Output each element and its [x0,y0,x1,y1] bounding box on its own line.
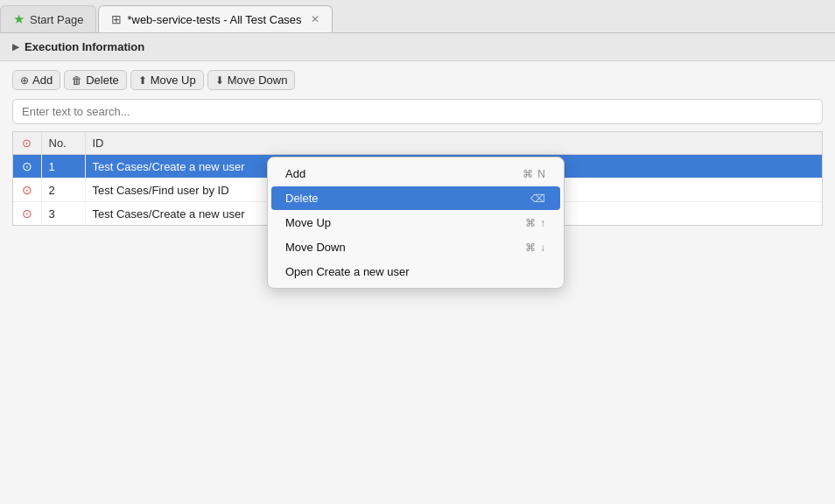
tab-close-icon[interactable]: ✕ [311,13,319,25]
move-down-label: Move Down [228,74,288,87]
ctx-open[interactable]: Open Create a new user [271,260,560,284]
move-down-icon: ⬇ [215,74,224,87]
menu-item-label: Move Up [285,216,331,229]
menu-item-label: Delete [285,192,319,205]
row-status-cell: ⊙ [13,178,41,202]
status-header-icon: ⊙ [22,136,32,150]
col-header-no: No. [41,132,85,155]
row-no-cell: 3 [41,202,85,226]
ctx-delete[interactable]: Delete⌫ [271,186,560,210]
move-down-button[interactable]: ⬇ Move Down [207,70,296,90]
delete-icon: 🗑 [72,74,82,87]
table-icon: ⊞ [111,12,122,26]
toolbar: ⊕ Add 🗑 Delete ⬆ Move Up ⬇ Move Down [0,61,835,99]
table-container: ⊙ No. ID ⊙ 1 Test Cases/Create a new use… [12,131,823,226]
move-up-button[interactable]: ⬆ Move Up [130,70,204,90]
add-button[interactable]: ⊕ Add [12,70,60,90]
row-status-cell: ⊙ [13,155,41,178]
add-icon: ⊕ [20,74,29,87]
tab-test-cases-label: *web-service-tests - All Test Cases [127,13,301,26]
shortcut-label: ⌘ N [523,168,546,180]
status-icon: ⊙ [22,159,32,173]
ctx-move-up[interactable]: Move Up⌘ ↑ [271,211,560,234]
move-up-icon: ⬆ [138,74,147,87]
menu-item-label: Move Down [285,241,346,254]
add-label: Add [32,74,53,87]
move-up-label: Move Up [151,74,196,87]
delete-label: Delete [86,74,119,87]
ctx-add[interactable]: Add⌘ N [271,162,560,186]
context-menu: Add⌘ NDelete⌫Move Up⌘ ↑Move Down⌘ ↓Open … [267,157,565,289]
col-header-id: ID [85,132,822,155]
ctx-move-down[interactable]: Move Down⌘ ↓ [271,235,560,259]
row-no-cell: 1 [41,155,85,178]
tab-bar: ★ Start Page ⊞ *web-service-tests - All … [0,0,835,33]
status-icon: ⊙ [22,206,32,220]
menu-item-label: Open Create a new user [285,265,410,278]
status-icon: ⊙ [22,183,32,197]
search-bar [0,99,835,131]
shortcut-label: ⌘ ↓ [525,242,546,254]
shortcut-label: ⌘ ↑ [525,217,546,229]
search-input[interactable] [12,99,823,124]
shortcut-label: ⌫ [530,192,546,205]
col-header-status: ⊙ [13,132,41,155]
section-title: Execution Information [25,40,144,53]
table-header-row: ⊙ No. ID [13,132,822,155]
delete-button[interactable]: 🗑 Delete [64,70,127,90]
tab-test-cases[interactable]: ⊞ *web-service-tests - All Test Cases ✕ [98,5,332,32]
tab-start-page-label: Start Page [30,13,83,26]
section-header[interactable]: ▶ Execution Information [0,33,835,61]
main-panel: ▶ Execution Information ⊕ Add 🗑 Delete ⬆… [0,33,835,504]
star-icon: ★ [13,11,25,27]
menu-item-label: Add [285,167,305,180]
tab-start-page[interactable]: ★ Start Page [0,5,96,32]
section-arrow-icon: ▶ [12,42,19,52]
row-no-cell: 2 [41,178,85,202]
row-status-cell: ⊙ [13,202,41,226]
